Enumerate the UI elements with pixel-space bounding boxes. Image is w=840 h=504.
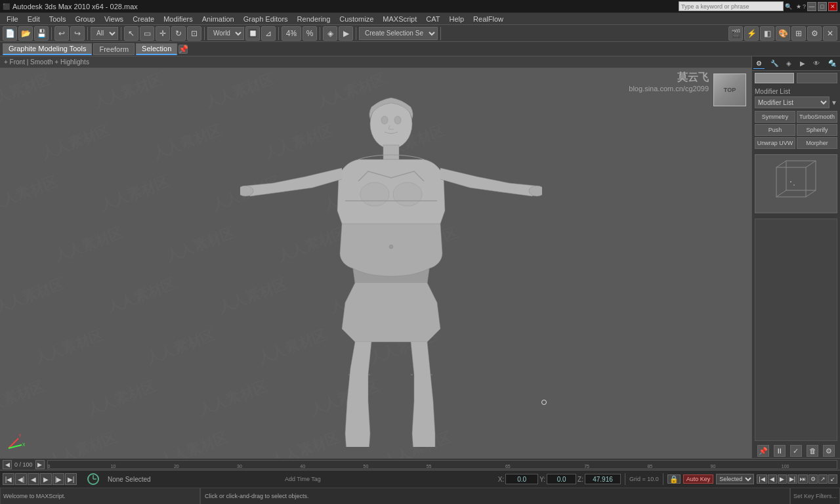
active-viewport[interactable]: ◧ [760,26,774,41]
units-btn[interactable]: 4⅜ [282,26,301,41]
play-extra4[interactable]: ▶| [788,474,797,484]
minimize-button[interactable]: — [807,2,816,11]
menu-cat[interactable]: CAT [422,14,444,24]
lock-btn[interactable]: 🔒 [667,474,681,484]
tab-pin[interactable]: 📌 [178,45,188,54]
create-selection-dropdown[interactable]: Create Selection Se [359,27,438,40]
viewport-config[interactable]: ⚙ [807,26,822,41]
menu-maxscript[interactable]: MAXScript [379,14,421,24]
selection-tab[interactable]: Selection [136,43,177,55]
menu-customize[interactable]: Customize [335,14,377,24]
key-mode-dropdown[interactable]: Selected [716,474,754,484]
prev-frame-btn[interactable]: ◀| [15,473,27,485]
menu-rendering[interactable]: Rendering [293,14,335,24]
search-icon[interactable]: 🔍 [785,3,792,10]
object-color-swatch[interactable] [755,73,794,83]
modifier-dropdown[interactable]: Modifier List [755,96,830,108]
play-extra2[interactable]: ◀ [768,474,777,484]
select-tool[interactable]: ↖ [124,26,138,41]
morpher-btn[interactable]: Morpher [797,137,837,149]
percent-btn[interactable]: % [303,26,317,41]
play-btn-back[interactable]: ◀ [28,473,39,485]
quick-render[interactable]: ⚡ [744,26,759,41]
panel-tab-display[interactable]: 👁 [810,58,822,68]
y-coord-input[interactable] [547,474,576,484]
material-icons[interactable]: 🎨 [776,26,790,41]
select-region[interactable]: ▭ [140,26,154,41]
menu-modifiers[interactable]: Modifiers [159,14,197,24]
rotate-tool[interactable]: ↻ [171,26,186,41]
show-safeframes[interactable]: ⊞ [791,26,806,41]
menu-file[interactable]: File [3,14,22,24]
menu-animation[interactable]: Animation [198,14,238,24]
menu-graph-editors[interactable]: Graph Editors [240,14,292,24]
menu-create[interactable]: Create [129,14,158,24]
panel-tab-utilities[interactable]: 🔩 [826,58,839,68]
play-extra5[interactable]: ⏭ [798,474,808,484]
timeline-left-btn[interactable]: ◀ [3,460,12,469]
redo-button[interactable]: ↪ [70,26,85,41]
graphite-tab[interactable]: Graphite Modeling Tools [3,43,92,55]
render-btn[interactable]: ▶ [339,26,353,41]
new-button[interactable]: 📄 [3,26,17,41]
symmetry-btn[interactable]: Symmetry [755,111,795,123]
modifier-config-btn[interactable]: ⚙ [823,445,835,457]
open-button[interactable]: 📂 [18,26,33,41]
play-btn-fwd[interactable]: ▶ [40,473,52,485]
all-dropdown[interactable]: All [91,27,118,40]
close-button[interactable]: ✕ [828,2,837,11]
modifier-pin-btn[interactable]: 📌 [757,445,769,457]
next-frame-btn[interactable]: |▶ [52,473,64,485]
restore-button[interactable]: □ [818,2,827,11]
material-editor[interactable]: ◈ [323,26,337,41]
modifier-list-area[interactable] [755,219,837,441]
play-extra1[interactable]: |◀ [757,474,766,484]
modifier-check-btn[interactable]: ✓ [790,445,802,457]
search-input[interactable] [679,1,784,11]
turbosmooth-btn[interactable]: TurboSmooth [797,111,837,123]
play-extra3[interactable]: ▶ [778,474,787,484]
save-button[interactable]: 💾 [34,26,49,41]
object-name-field[interactable] [797,73,837,83]
play-extra8[interactable]: ↙ [828,474,837,484]
move-tool[interactable]: ✛ [156,26,170,41]
menu-realflow[interactable]: RealFlow [469,14,507,24]
panel-tab-modify[interactable]: 🔧 [768,58,781,68]
play-extra7[interactable]: ↗ [818,474,828,484]
timeline-right-btn[interactable]: ▶ [35,460,45,469]
angle-snap[interactable]: ⊿ [261,26,276,41]
keyframe-area[interactable]: 0 10 20 30 40 50 55 65 75 85 90 100 [47,460,837,469]
panel-tab-create[interactable]: ⚙ [753,58,765,69]
undo-button[interactable]: ↩ [54,26,69,41]
panel-tab-motion[interactable]: ▶ [797,58,808,68]
view-cube[interactable]: TOP [713,74,746,106]
help-icon[interactable]: ? [803,3,806,10]
scale-tool[interactable]: ⊡ [187,26,201,41]
goto-start-btn[interactable]: |◀ [3,473,14,485]
svg-line-20 [776,161,786,167]
menu-views[interactable]: Views [100,14,127,24]
freeform-tab[interactable]: Freeform [93,43,135,55]
snap-toggle[interactable]: 🔲 [245,26,260,41]
bookmark-icon[interactable]: ★ [796,3,801,10]
viewport[interactable]: 人人素材区 人人素材区 人人素材区 人人素材区 人人素材区 人人素材区 人人素材… [0,68,751,458]
render-scene[interactable]: 🎬 [728,26,743,41]
menu-help[interactable]: Help [445,14,468,24]
panel-tab-hierarchy[interactable]: ◈ [784,58,794,68]
spherify-btn[interactable]: Spherify [797,124,837,136]
goto-end-btn[interactable]: ▶| [65,473,77,485]
menu-tools[interactable]: Tools [45,14,70,24]
play-extra6[interactable]: ⚙ [808,474,818,484]
modifier-pause-btn[interactable]: ⏸ [774,445,786,457]
push-btn[interactable]: Push [755,124,795,136]
modifier-delete-btn[interactable]: 🗑 [807,445,818,457]
x-coord-input[interactable] [505,474,538,484]
menu-edit[interactable]: Edit [24,14,44,24]
world-dropdown[interactable]: World [207,27,244,40]
auto-key-btn[interactable]: Auto Key [683,474,714,484]
unwrapuvw-btn[interactable]: Unwrap UVW [755,137,795,149]
xview-btn[interactable]: ✕ [823,26,837,41]
z-coord-input[interactable] [585,474,621,484]
svg-point-10 [389,245,393,249]
menu-group[interactable]: Group [71,14,99,24]
